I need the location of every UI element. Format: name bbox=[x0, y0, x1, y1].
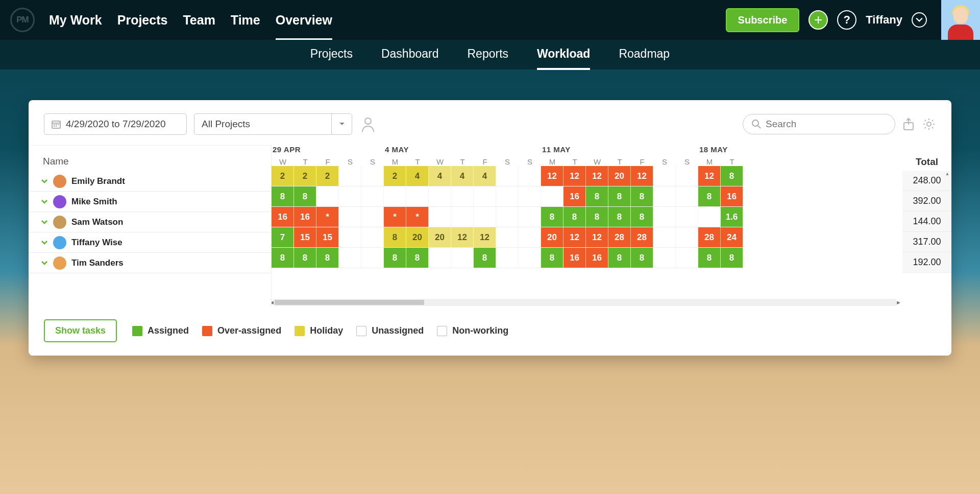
workload-cell[interactable] bbox=[698, 207, 721, 227]
workload-cell[interactable] bbox=[676, 166, 698, 186]
workload-cell[interactable]: 8 bbox=[721, 248, 743, 268]
workload-cell[interactable] bbox=[316, 186, 339, 207]
subnav-item-projects[interactable]: Projects bbox=[310, 40, 353, 70]
workload-cell[interactable]: 8 bbox=[631, 248, 653, 268]
workload-cell[interactable]: 1.6 bbox=[721, 207, 743, 227]
date-range-picker[interactable]: 4/29/2020 to 7/29/2020 bbox=[44, 113, 187, 135]
topnav-item-my-work[interactable]: My Work bbox=[49, 1, 102, 40]
workload-cell[interactable] bbox=[339, 248, 361, 268]
workload-cell[interactable]: 8 bbox=[564, 207, 586, 227]
workload-cell[interactable]: 20 bbox=[541, 227, 564, 248]
vertical-scrollbar[interactable]: ▲ bbox=[944, 171, 950, 273]
expand-chevron-icon[interactable] bbox=[41, 199, 48, 204]
scroll-left-arrow[interactable]: ◀ bbox=[271, 299, 275, 306]
scroll-right-arrow[interactable]: ▶ bbox=[895, 299, 901, 306]
workload-cell[interactable]: 16 bbox=[721, 186, 743, 207]
subscribe-button[interactable]: Subscribe bbox=[726, 8, 800, 32]
workload-cell[interactable]: 16 bbox=[294, 207, 316, 227]
workload-cell[interactable]: 20 bbox=[406, 227, 429, 248]
workload-cell[interactable]: 8 bbox=[698, 186, 721, 207]
expand-chevron-icon[interactable] bbox=[41, 220, 48, 225]
expand-chevron-icon[interactable] bbox=[41, 240, 48, 245]
workload-cell[interactable]: 7 bbox=[272, 227, 294, 248]
workload-cell[interactable] bbox=[361, 248, 384, 268]
workload-cell[interactable]: 4 bbox=[474, 166, 496, 186]
workload-cell[interactable]: 2 bbox=[272, 166, 294, 186]
topnav-item-projects[interactable]: Projects bbox=[117, 1, 168, 40]
subnav-item-workload[interactable]: Workload bbox=[537, 40, 590, 70]
workload-cell[interactable] bbox=[653, 227, 676, 248]
workload-cell[interactable] bbox=[361, 227, 384, 248]
workload-cell[interactable]: 8 bbox=[721, 166, 743, 186]
workload-cell[interactable]: 12 bbox=[586, 166, 608, 186]
workload-cell[interactable] bbox=[339, 166, 361, 186]
workload-cell[interactable]: 8 bbox=[294, 186, 316, 207]
workload-cell[interactable]: 4 bbox=[406, 166, 429, 186]
workload-cell[interactable]: * bbox=[316, 207, 339, 227]
workload-cell[interactable] bbox=[339, 186, 361, 207]
workload-cell[interactable]: 8 bbox=[294, 248, 316, 268]
person-row[interactable]: Emily Brandt bbox=[29, 171, 271, 192]
workload-cell[interactable] bbox=[541, 186, 564, 207]
workload-cell[interactable] bbox=[339, 207, 361, 227]
workload-cell[interactable]: 8 bbox=[586, 186, 608, 207]
expand-chevron-icon[interactable] bbox=[41, 261, 48, 266]
user-menu-toggle[interactable] bbox=[912, 12, 927, 28]
workload-cell[interactable]: 16 bbox=[564, 248, 586, 268]
workload-cell[interactable]: 8 bbox=[608, 207, 631, 227]
workload-cell[interactable] bbox=[496, 248, 519, 268]
workload-cell[interactable]: 12 bbox=[586, 227, 608, 248]
workload-cell[interactable]: 12 bbox=[564, 227, 586, 248]
workload-cell[interactable] bbox=[519, 227, 541, 248]
workload-cell[interactable] bbox=[429, 207, 451, 227]
workload-cell[interactable]: 12 bbox=[451, 227, 474, 248]
workload-cell[interactable]: 12 bbox=[564, 166, 586, 186]
workload-cell[interactable] bbox=[676, 227, 698, 248]
workload-cell[interactable] bbox=[474, 207, 496, 227]
workload-cell[interactable] bbox=[519, 207, 541, 227]
workload-cell[interactable]: 15 bbox=[294, 227, 316, 248]
name-column-header[interactable]: Name bbox=[29, 146, 271, 171]
workload-cell[interactable]: 2 bbox=[294, 166, 316, 186]
export-button[interactable] bbox=[902, 117, 915, 131]
workload-cell[interactable]: 8 bbox=[608, 248, 631, 268]
workload-cell[interactable] bbox=[384, 186, 406, 207]
workload-cell[interactable] bbox=[653, 248, 676, 268]
settings-button[interactable] bbox=[922, 117, 936, 131]
workload-cell[interactable]: 28 bbox=[631, 227, 653, 248]
workload-cell[interactable] bbox=[496, 186, 519, 207]
workload-cell[interactable] bbox=[361, 166, 384, 186]
workload-cell[interactable]: 2 bbox=[316, 166, 339, 186]
workload-cell[interactable]: * bbox=[406, 207, 429, 227]
workload-cell[interactable] bbox=[653, 186, 676, 207]
subnav-item-reports[interactable]: Reports bbox=[467, 40, 508, 70]
subnav-item-roadmap[interactable]: Roadmap bbox=[619, 40, 670, 70]
workload-cell[interactable] bbox=[406, 186, 429, 207]
help-button[interactable]: ? bbox=[837, 10, 856, 30]
person-row[interactable]: Mike Smith bbox=[29, 192, 271, 212]
workload-cell[interactable]: 8 bbox=[631, 186, 653, 207]
workload-cell[interactable] bbox=[451, 186, 474, 207]
workload-cell[interactable]: 20 bbox=[429, 227, 451, 248]
workload-cell[interactable]: 8 bbox=[541, 248, 564, 268]
workload-cell[interactable]: 8 bbox=[698, 248, 721, 268]
workload-cell[interactable] bbox=[361, 186, 384, 207]
workload-cell[interactable] bbox=[653, 166, 676, 186]
workload-cell[interactable] bbox=[339, 227, 361, 248]
search-field[interactable] bbox=[743, 114, 895, 134]
workload-cell[interactable] bbox=[676, 186, 698, 207]
show-tasks-button[interactable]: Show tasks bbox=[44, 319, 117, 342]
workload-cell[interactable]: 28 bbox=[698, 227, 721, 248]
workload-cell[interactable]: 2 bbox=[384, 166, 406, 186]
workload-cell[interactable]: 4 bbox=[429, 166, 451, 186]
topnav-item-time[interactable]: Time bbox=[231, 1, 260, 40]
workload-cell[interactable]: 8 bbox=[272, 248, 294, 268]
workload-cell[interactable] bbox=[451, 248, 474, 268]
workload-cell[interactable]: 8 bbox=[474, 248, 496, 268]
workload-cell[interactable]: 8 bbox=[384, 248, 406, 268]
workload-cell[interactable]: 8 bbox=[586, 207, 608, 227]
person-filter-button[interactable] bbox=[359, 115, 377, 133]
topnav-item-team[interactable]: Team bbox=[183, 1, 215, 40]
workload-cell[interactable] bbox=[361, 207, 384, 227]
workload-cell[interactable]: 16 bbox=[586, 248, 608, 268]
